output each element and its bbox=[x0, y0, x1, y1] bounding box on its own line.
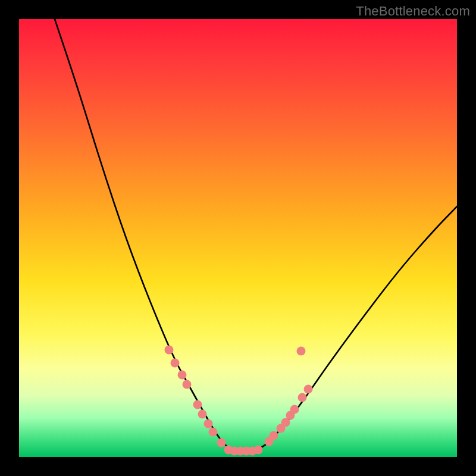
chart-frame: TheBottleneck.com bbox=[0, 0, 476, 476]
curve-marker bbox=[204, 419, 213, 428]
curve-marker bbox=[304, 385, 313, 394]
curve-markers bbox=[165, 346, 313, 456]
bottleneck-curve bbox=[55, 19, 457, 451]
curve-marker bbox=[183, 380, 192, 389]
curve-marker bbox=[297, 347, 306, 356]
curve-marker bbox=[217, 439, 226, 447]
curve-marker bbox=[178, 371, 187, 380]
curve-marker bbox=[290, 405, 299, 414]
curve-marker bbox=[270, 431, 278, 440]
chart-plot-area bbox=[19, 19, 457, 457]
curve-marker bbox=[171, 359, 180, 368]
chart-svg bbox=[19, 19, 457, 457]
curve-marker bbox=[254, 446, 263, 455]
watermark-text: TheBottleneck.com bbox=[356, 4, 470, 19]
curve-marker bbox=[298, 393, 307, 402]
curve-marker bbox=[198, 410, 207, 419]
curve-marker bbox=[209, 428, 218, 437]
curve-marker bbox=[165, 346, 174, 355]
curve-marker bbox=[193, 400, 202, 409]
